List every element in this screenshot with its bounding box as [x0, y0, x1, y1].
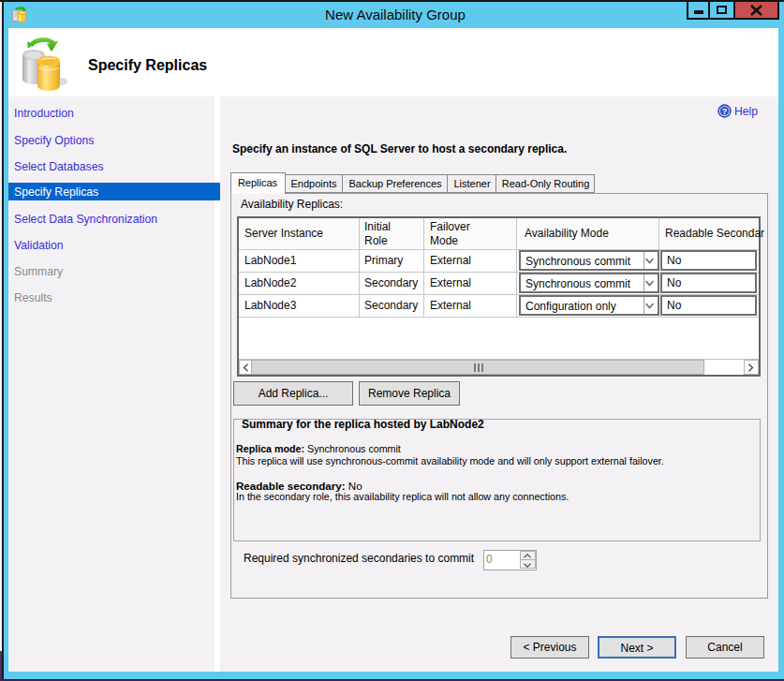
svg-text:?: ? — [722, 107, 728, 116]
